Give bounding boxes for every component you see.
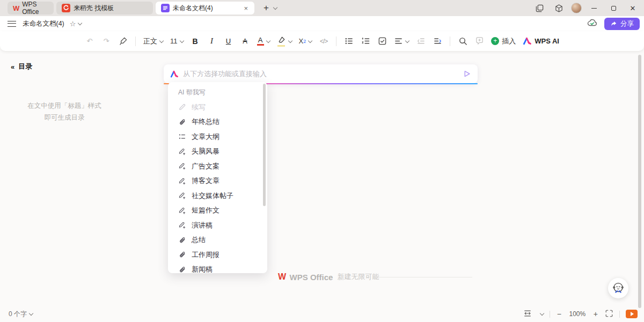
- word-count[interactable]: 0 个字: [9, 310, 27, 319]
- ai-prompt-bar: [164, 64, 478, 83]
- toc-empty-hint: 在文中使用「标题」样式 即可生成目录: [16, 100, 113, 123]
- close-window-button[interactable]: ✕: [626, 1, 640, 15]
- pencil-spark-icon: [178, 162, 186, 170]
- fit-screen-icon[interactable]: [605, 309, 613, 319]
- user-avatar[interactable]: [571, 3, 582, 13]
- writer-doc-icon: [161, 4, 170, 12]
- superscript-button[interactable]: X2: [298, 34, 313, 48]
- checklist-icon[interactable]: [376, 34, 388, 48]
- maximize-button[interactable]: [606, 1, 620, 15]
- ai-menu-item-short-essay[interactable]: 短篇作文: [168, 203, 267, 218]
- ai-menu-item-article-outline[interactable]: 文章大纲: [168, 129, 267, 144]
- wps-ai-button[interactable]: WPS AI: [522, 34, 560, 48]
- code-block-button[interactable]: </>: [318, 34, 330, 48]
- ai-menu-item-press-release[interactable]: 新闻稿: [168, 262, 267, 274]
- format-painter-icon[interactable]: [117, 34, 129, 48]
- send-icon[interactable]: [463, 70, 471, 78]
- collapse-toc-icon[interactable]: «: [11, 63, 14, 71]
- watermark-brand: WPS Office: [290, 273, 333, 282]
- superscript-base: X: [299, 37, 304, 45]
- italic-button[interactable]: I: [206, 34, 218, 48]
- ai-menu-item-social-media-post[interactable]: 社交媒体帖子: [168, 188, 267, 203]
- new-tab-button[interactable]: +: [261, 3, 271, 13]
- share-button[interactable]: 分享: [604, 18, 640, 30]
- superscript-exp: 2: [303, 39, 306, 44]
- title-chevron-down-icon[interactable]: [78, 21, 82, 25]
- paperclip-icon: [178, 251, 186, 259]
- strikethrough-button[interactable]: A: [239, 34, 251, 48]
- tab-close-icon[interactable]: ×: [243, 5, 249, 12]
- empty-doc-watermark: W WPS Office 新建无限可能: [278, 272, 379, 282]
- toc-header: « 目录: [11, 62, 32, 71]
- pencil-spark-icon: [178, 177, 186, 185]
- page-view-mode-icon[interactable]: [523, 309, 532, 319]
- increase-indent-icon[interactable]: [431, 34, 443, 48]
- tab-label: 未命名文档(4): [173, 4, 213, 13]
- status-bar: 0 个字 − 100% +: [0, 308, 644, 322]
- zoom-out-button[interactable]: −: [556, 310, 562, 318]
- chevron-down-icon: [179, 38, 184, 42]
- paperclip-icon: [178, 236, 186, 244]
- ai-menu-item-weekly-work-report[interactable]: 工作周报: [168, 247, 267, 262]
- highlight-color-swatch: [277, 45, 285, 47]
- comment-icon[interactable]: [473, 34, 485, 48]
- ai-menu-item-blog-post[interactable]: 博客文章: [168, 174, 267, 189]
- document-scrollbar-thumb[interactable]: [638, 55, 641, 308]
- minimize-icon: [591, 8, 597, 9]
- numbered-list-icon[interactable]: [360, 34, 371, 48]
- alignment-button[interactable]: [393, 34, 410, 48]
- ai-menu-item-speech-draft[interactable]: 演讲稿: [168, 218, 267, 233]
- ai-menu-item-summary[interactable]: 总结: [168, 233, 267, 248]
- tutorial-play-button[interactable]: [626, 310, 638, 318]
- pencil-icon: [178, 103, 186, 111]
- play-icon: [631, 312, 634, 316]
- undo-icon[interactable]: ↶: [84, 34, 96, 48]
- ai-menu-header: AI 帮我写: [168, 82, 267, 100]
- document-title: 未命名文档(4): [23, 19, 64, 28]
- ai-menu-item-continue-writing: 续写: [168, 100, 267, 115]
- favorite-star-icon[interactable]: ☆: [70, 20, 76, 28]
- main-menu-icon[interactable]: [8, 21, 16, 27]
- view-mode-chevron-down-icon[interactable]: [539, 311, 544, 316]
- highlight-button[interactable]: [276, 34, 293, 48]
- toc-hint-line2: 即可生成目录: [16, 112, 113, 123]
- tab-wps-office-home[interactable]: W WPS Office: [8, 2, 54, 14]
- bold-button[interactable]: B: [189, 34, 201, 48]
- search-icon[interactable]: [457, 34, 469, 48]
- insert-button[interactable]: +插入: [490, 34, 517, 48]
- tab-docer-templates[interactable]: 来稻壳 找模板: [56, 2, 153, 14]
- ai-suggestions-menu: AI 帮我写 续写 年终总结 文章大纲 头脑风暴 广告文案 博客文章 社交媒体帖…: [168, 82, 267, 273]
- wps-ai-logo-icon: [523, 36, 532, 46]
- font-size-select[interactable]: 11: [169, 34, 185, 48]
- paragraph-style-select[interactable]: 正文: [142, 34, 164, 48]
- font-color-button[interactable]: A: [256, 34, 271, 48]
- ai-menu-item-ad-copy[interactable]: 广告文案: [168, 159, 267, 174]
- wps-logo-icon: W: [278, 272, 286, 282]
- ai-menu-item-brainstorm[interactable]: 头脑风暴: [168, 144, 267, 159]
- decrease-indent-icon[interactable]: [415, 34, 427, 48]
- zoom-level[interactable]: 100%: [568, 310, 587, 318]
- share-arrow-icon: [610, 20, 618, 27]
- underline-button[interactable]: U: [223, 34, 235, 48]
- outline-icon: [178, 133, 186, 141]
- bullet-list-icon[interactable]: [343, 34, 355, 48]
- package-cube-icon[interactable]: [552, 1, 566, 15]
- pencil-spark-icon: [178, 207, 186, 215]
- divider: [135, 36, 136, 46]
- paperclip-icon: [178, 266, 186, 273]
- menu-scrollbar-thumb[interactable]: [263, 84, 266, 206]
- minimize-button[interactable]: [587, 1, 601, 15]
- redo-icon[interactable]: ↷: [100, 34, 112, 48]
- tab-layout-icon[interactable]: [532, 1, 546, 15]
- ai-prompt-input[interactable]: [183, 70, 463, 78]
- ai-menu-item-year-end-summary[interactable]: 年终总结: [168, 115, 267, 130]
- divider: [336, 36, 336, 46]
- tab-untitled-document[interactable]: 未命名文档(4) ×: [156, 2, 254, 14]
- cloud-saved-icon[interactable]: [587, 18, 598, 29]
- word-count-chevron-down-icon[interactable]: [29, 311, 33, 316]
- zoom-in-button[interactable]: +: [592, 310, 599, 318]
- divider: [619, 311, 620, 318]
- maximize-icon: [611, 6, 616, 11]
- new-tab-chevron-down-icon[interactable]: [273, 5, 277, 10]
- assistant-mascot-button[interactable]: [608, 278, 628, 298]
